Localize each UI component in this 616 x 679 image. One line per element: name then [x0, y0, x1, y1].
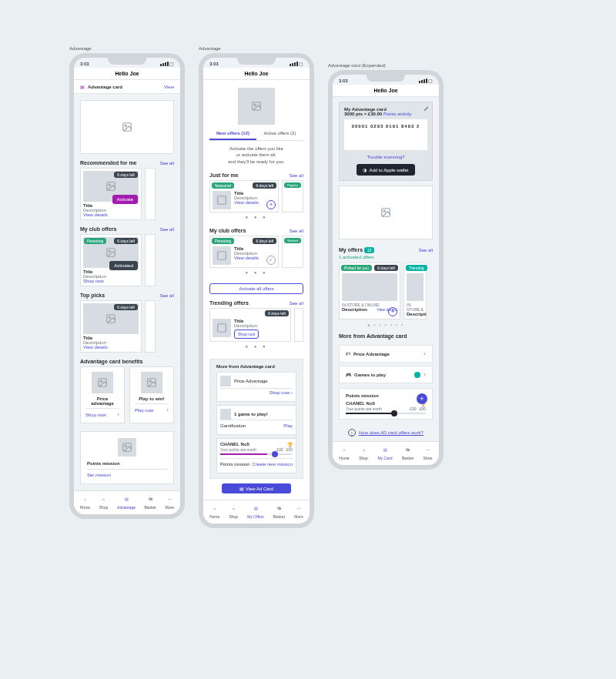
offer-card[interactable]: Parenting 6 days left Activated Title De…	[80, 234, 142, 286]
tab-home[interactable]: ⌂Home	[80, 494, 90, 510]
set-mission-link[interactable]: Set mission	[87, 473, 111, 477]
tab-shop[interactable]: ⌕Shop	[359, 445, 368, 460]
see-all-link[interactable]: See all	[419, 248, 433, 253]
section-title: Trending offers	[209, 300, 249, 306]
tab-home[interactable]: ⌂Home	[339, 445, 349, 460]
tab-home[interactable]: ⌂Home	[209, 503, 219, 519]
hero-image-placeholder	[339, 186, 433, 239]
view-link[interactable]: View	[164, 85, 174, 89]
how-it-works-link[interactable]: iHow does AD card offers work?	[333, 424, 439, 441]
view-details-link[interactable]: View details	[83, 345, 139, 350]
image-placeholder	[213, 191, 231, 209]
offer-card-peek[interactable]	[145, 168, 156, 220]
benefit-card[interactable]: Price advantage Shop now›	[80, 366, 125, 423]
carousel-dots: ● ● ●	[209, 212, 303, 222]
section-title: More from Advantage card	[339, 333, 433, 339]
tab-advantage[interactable]: ▤Advantage	[117, 494, 136, 510]
tab-more[interactable]: ⋯More	[165, 494, 174, 510]
see-all-link[interactable]: See all	[290, 173, 303, 178]
see-all-link[interactable]: See all	[290, 229, 303, 233]
offer-card[interactable]: 6 days left Activate Title Description V…	[80, 168, 142, 220]
activate-button[interactable]: Activate	[112, 195, 138, 204]
section-title: Recommended for me	[80, 160, 137, 166]
activate-all-button[interactable]: Activate all offers	[209, 283, 303, 294]
chevron-right-icon: ›	[424, 350, 426, 357]
points-activity-link[interactable]: Points activity	[383, 112, 412, 116]
progress-knob[interactable]	[391, 410, 397, 416]
image-placeholder	[141, 372, 162, 393]
card-icon: ▤	[380, 445, 390, 454]
see-all-link[interactable]: See all	[160, 293, 174, 298]
offer-card[interactable]: 6 days left Title Description View detai…	[80, 300, 142, 353]
expand-icon[interactable]: ⤢	[424, 105, 429, 112]
tab-my-card[interactable]: ▤My Card	[378, 445, 393, 460]
svg-point-11	[149, 380, 151, 382]
points-mission-card[interactable]: Points mission Set mission	[80, 431, 174, 484]
offer-card[interactable]: Picked for you 6 days left IN-STORE & ON…	[339, 263, 400, 319]
shop-now-button[interactable]: Shop now	[234, 329, 259, 339]
advantage-card-row[interactable]: ▤ Advantage card View	[74, 80, 180, 94]
tab-more[interactable]: ⋯More	[294, 503, 303, 519]
tab-active-offers[interactable]: Active offers (2)	[256, 128, 303, 140]
benefit-card[interactable]: Play to win! Play now›	[129, 366, 174, 423]
days-left-badge: 6 days left	[253, 182, 276, 189]
trophy-icon: 🏆	[287, 442, 293, 447]
image-placeholder	[407, 273, 424, 301]
tab-my-offers[interactable]: ▤My Offers	[247, 503, 264, 519]
view-details-link[interactable]: View details	[234, 256, 259, 260]
gamepad-icon: 🎮	[346, 372, 351, 377]
image-placeholder	[118, 438, 136, 457]
progress-knob[interactable]	[272, 451, 278, 457]
games-link[interactable]: 🎮Games to play›	[339, 366, 433, 383]
shop-now-link[interactable]: Shop now	[85, 413, 106, 417]
game-row[interactable]: 1 game to play! GamificationPlay	[216, 405, 296, 435]
play-link[interactable]: Play	[283, 423, 293, 428]
activated-count: 1 activated offers	[339, 255, 433, 259]
tab-more[interactable]: ⋯More	[424, 445, 433, 460]
offer-card-peek[interactable]: Popular	[282, 180, 303, 212]
tab-basket[interactable]: 🛍Basket	[273, 503, 285, 519]
offer-card-peek[interactable]	[145, 234, 156, 286]
days-left-badge: 6 days left	[265, 310, 289, 316]
hero-image-placeholder	[238, 88, 275, 125]
offer-card[interactable]: Parenting 6 days left TitleDescriptionVi…	[209, 236, 279, 268]
shop-now-link[interactable]: Shop now ›	[270, 390, 293, 395]
view-details-link[interactable]: View details	[234, 200, 259, 205]
view-ad-card-button[interactable]: ▤ View Ad Card	[222, 483, 291, 493]
add-mission-button[interactable]: +	[417, 393, 427, 404]
section-title: More from Advantage card	[216, 364, 296, 369]
add-button[interactable]: +	[388, 307, 397, 316]
see-all-link[interactable]: See all	[290, 301, 303, 306]
svg-rect-16	[218, 196, 226, 205]
svg-rect-17	[218, 252, 226, 260]
apple-wallet-button[interactable]: ◑Add to Apple wallet	[357, 164, 414, 176]
offer-card[interactable]: 6 days left TitleDescriptionShop now	[209, 308, 291, 342]
price-advantage-row[interactable]: Price Advantage Shop now ›	[216, 372, 296, 402]
tab-basket[interactable]: 🛍Basket	[144, 494, 156, 510]
price-advantage-link[interactable]: 🏷Price Advantage›	[339, 345, 433, 363]
offer-card-peek[interactable]	[294, 308, 303, 342]
play-now-link[interactable]: Play now	[135, 408, 153, 413]
more-icon: ⋯	[294, 503, 303, 513]
see-all-link[interactable]: See all	[160, 227, 174, 232]
chevron-right-icon: ›	[117, 411, 119, 418]
shop-now-link[interactable]: Shop now	[83, 279, 139, 283]
tab-shop[interactable]: ⌕Shop	[99, 494, 109, 510]
create-mission-link[interactable]: Create new mission	[252, 462, 293, 467]
days-left-badge: 6 days left	[114, 172, 138, 178]
svg-point-13	[125, 445, 126, 447]
category-badge: Parenting	[212, 238, 234, 244]
see-all-link[interactable]: See all	[160, 161, 174, 166]
tab-new-offers[interactable]: New offers (12)	[209, 128, 256, 140]
phone-frame-2: 3:03 ▢ Hello Joe New offers (12) Active …	[199, 53, 314, 528]
view-details-link[interactable]: View details	[83, 212, 139, 217]
tab-shop[interactable]: ⌕Shop	[229, 503, 238, 519]
progress-bar	[346, 413, 426, 414]
offer-card[interactable]: Seasonal 6 days left TitleDescriptionVie…	[209, 180, 279, 212]
tab-basket[interactable]: 🛍Basket	[402, 445, 413, 460]
trouble-scanning-link[interactable]: Trouble scanning?	[367, 155, 404, 159]
offer-card-peek[interactable]: Student	[282, 236, 303, 268]
category-badge: Popular	[284, 182, 301, 188]
offer-card-peek[interactable]: Trending IN-STORE & Descripti	[403, 263, 427, 319]
offer-card-peek[interactable]	[145, 300, 156, 353]
